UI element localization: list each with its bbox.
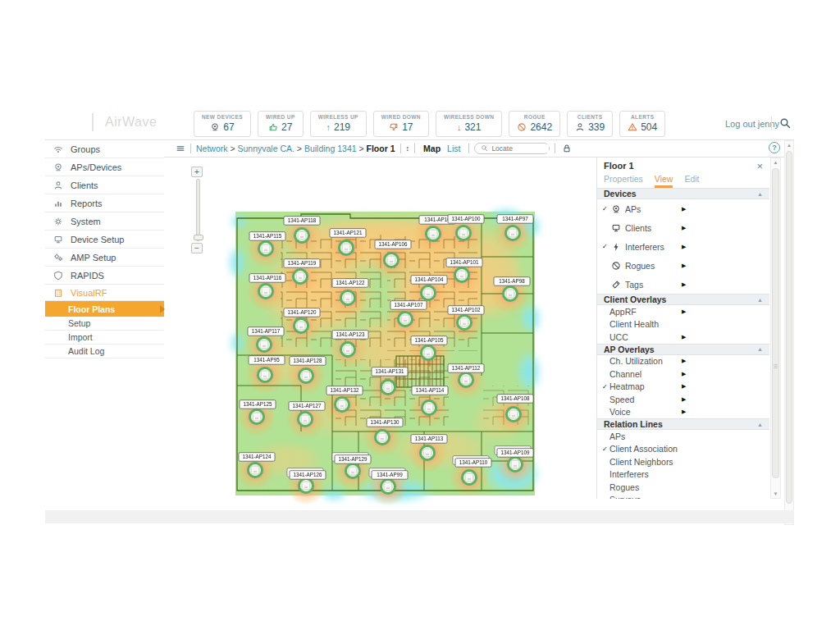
ap-label-1341-AP109[interactable]: 1341-AP109: [495, 446, 533, 458]
panel-row-clients[interactable]: Clients▶: [597, 218, 769, 237]
ap-label-1341-AP95[interactable]: 1341-AP95: [249, 356, 285, 365]
ap-label-1341-AP100[interactable]: 1341-AP100: [448, 215, 484, 224]
expand-arrow-icon[interactable]: ▶: [682, 225, 686, 231]
ap-marker-1341-AP106[interactable]: [385, 253, 399, 267]
expand-arrow-icon[interactable]: ▶: [682, 281, 686, 288]
expand-arrow-icon[interactable]: ▶: [682, 358, 686, 364]
ap-label-1341-AP128[interactable]: 1341-AP128: [290, 357, 326, 366]
ap-label-1341-AP101[interactable]: 1341-AP101: [446, 258, 482, 267]
ap-marker-1341-AP126[interactable]: [299, 479, 313, 493]
panel-section-ap-overlays[interactable]: AP Overlays▲: [597, 344, 769, 355]
sidebar-item-setup[interactable]: Setup: [45, 317, 164, 331]
ap-label-1341-AP124[interactable]: 1341-AP124: [239, 453, 275, 462]
ap-marker-1341-AP102[interactable]: [458, 316, 472, 330]
expand-arrow-icon[interactable]: ▶: [682, 206, 686, 212]
ap-marker-1341-AP109[interactable]: [509, 458, 523, 472]
panel-row-voice[interactable]: Voice▶: [597, 406, 769, 419]
zoom-track[interactable]: [196, 179, 200, 241]
sidebar-item-clients[interactable]: Clients: [45, 176, 164, 194]
ap-label-1341-AP117[interactable]: 1341-AP117: [248, 327, 284, 336]
breadcrumb-link[interactable]: Sunnyvale CA.: [237, 144, 294, 153]
stat-box-new-devices[interactable]: NEW DEVICES67: [194, 111, 251, 137]
ap-label-1341-AP118[interactable]: 1341-AP118: [284, 217, 320, 226]
ap-marker-1341-AP97[interactable]: [506, 226, 520, 240]
ap-label-1341-AP104[interactable]: 1341-AP104: [411, 276, 447, 285]
panel-row-speed[interactable]: Speed▶: [597, 393, 769, 406]
sidebar-item-amp-setup[interactable]: AMP Setup: [45, 249, 164, 267]
panel-row-tags[interactable]: Tags▶: [597, 275, 769, 294]
panel-row-ucc[interactable]: UCC▶: [597, 331, 769, 344]
ap-label-1341-AP97[interactable]: 1341-AP97: [497, 215, 533, 224]
ap-marker-1341-AP10[interactable]: [427, 227, 441, 241]
ap-label-1341-AP121[interactable]: 1341-AP121: [330, 229, 366, 238]
ap-marker-1341-AP116[interactable]: [259, 285, 273, 299]
ap-marker-1341-AP128[interactable]: [299, 369, 313, 383]
ap-label-1341-AP107[interactable]: 1341-AP107: [390, 301, 427, 310]
ap-label-1341-AP125[interactable]: 1341-AP125: [240, 400, 276, 409]
sidebar-item-floor-plans[interactable]: Floor Plans: [45, 301, 164, 317]
ap-label-1341-AP122[interactable]: 1341-AP122: [332, 279, 368, 288]
zoom-handle[interactable]: [194, 235, 203, 240]
sidebar-item-device-setup[interactable]: Device Setup: [45, 231, 164, 249]
lock-icon[interactable]: [562, 144, 572, 153]
ap-marker-1341-AP107[interactable]: [399, 313, 413, 326]
ap-marker-1341-AP130[interactable]: [376, 431, 390, 445]
panel-row-surveys[interactable]: Surveys: [597, 494, 769, 500]
locate-search[interactable]: [474, 143, 550, 154]
panel-section-relation-lines[interactable]: Relation Lines▲: [597, 418, 769, 430]
expand-arrow-icon[interactable]: ▶: [682, 409, 686, 415]
breadcrumb-link[interactable]: Network: [196, 144, 228, 153]
ap-marker-1341-AP112[interactable]: [459, 373, 473, 387]
panel-row-ch-utilization[interactable]: Ch. Utilization▶: [597, 355, 769, 368]
ap-marker-1341-AP122[interactable]: [341, 291, 355, 305]
panel-scrollbar[interactable]: ▲ ☰ ▼: [770, 158, 781, 499]
stat-box-clients[interactable]: CLIENTS339: [567, 111, 613, 137]
ap-marker-1341-AP100[interactable]: [457, 226, 471, 240]
panel-row-interferers[interactable]: ✓Interferers▶: [597, 237, 769, 256]
ap-marker-1341-AP101[interactable]: [455, 268, 469, 282]
ap-marker-1341-AP124[interactable]: [249, 463, 262, 477]
ap-label-1341-AP112[interactable]: 1341-AP112: [448, 364, 484, 373]
panel-section-client-overlays[interactable]: Client Overlays▲: [597, 294, 769, 305]
panel-tab-view[interactable]: View: [655, 174, 673, 188]
sidebar-item-aps-devices[interactable]: APs/Devices: [45, 158, 164, 176]
panel-row-client-neighbors[interactable]: Client Neighbors: [597, 455, 769, 468]
ap-marker-1341-AP113[interactable]: [421, 446, 435, 460]
ap-label-1341-AP113[interactable]: 1341-AP113: [411, 435, 447, 444]
collapse-icon[interactable]: ▲: [757, 422, 763, 427]
stat-box-wired-down[interactable]: WIRED DOWN17: [373, 111, 429, 137]
sidebar-item-import[interactable]: Import: [45, 331, 164, 345]
layers-icon[interactable]: [176, 144, 185, 153]
ap-marker-1341-AP131[interactable]: [381, 381, 395, 395]
sidebar-item-reports[interactable]: Reports: [45, 194, 164, 212]
panel-row-client-health[interactable]: Client Health: [597, 318, 769, 331]
collapse-icon[interactable]: ▲: [757, 297, 763, 303]
ap-label-1341-AP127[interactable]: 1341-AP127: [289, 402, 325, 411]
panel-row-channel[interactable]: Channel▶: [597, 368, 769, 381]
ap-marker-1341-AP129[interactable]: [346, 464, 360, 478]
stat-box-rogue[interactable]: ROGUE2642: [509, 111, 560, 137]
stat-box-alerts[interactable]: ALERTS504: [619, 111, 665, 137]
ap-label-1341-AP116[interactable]: 1341-AP116: [249, 274, 285, 283]
ap-label-1341-AP132[interactable]: 1341-AP132: [326, 386, 363, 395]
ap-marker-1341-AP99[interactable]: [381, 480, 395, 494]
panel-row-heatmap[interactable]: ✓Heatmap▶: [597, 381, 769, 394]
expand-arrow-icon[interactable]: ▶: [682, 383, 686, 390]
panel-row-aps[interactable]: ✓APs▶: [597, 199, 769, 218]
tab-list[interactable]: List: [447, 144, 460, 153]
expand-arrow-icon[interactable]: ▶: [682, 334, 686, 340]
ap-label-1341-AP130[interactable]: 1341-AP130: [367, 418, 403, 427]
sidebar-item-audit-log[interactable]: Audit Log: [45, 345, 164, 358]
ap-marker-1341-AP98[interactable]: [504, 287, 518, 301]
floorplan-map[interactable]: 1341-AP1181341-AP1151341-AP1211341-AP101…: [235, 212, 535, 495]
sidebar-item-rapids[interactable]: RAPIDS: [45, 267, 164, 285]
panel-row-rogues[interactable]: Rogues: [597, 481, 769, 494]
ap-marker-1341-AP110[interactable]: [463, 471, 477, 485]
ap-marker-1341-AP95[interactable]: [258, 368, 272, 382]
ap-label-1341-AP99[interactable]: 1341-AP99: [369, 468, 408, 480]
help-icon[interactable]: ?: [769, 142, 780, 153]
ap-label-1341-AP98[interactable]: 1341-AP98: [494, 277, 530, 286]
ap-marker-1341-AP123[interactable]: [341, 343, 355, 357]
panel-tab-edit[interactable]: Edit: [684, 174, 699, 185]
breadcrumb-link[interactable]: Building 1341: [304, 144, 357, 153]
